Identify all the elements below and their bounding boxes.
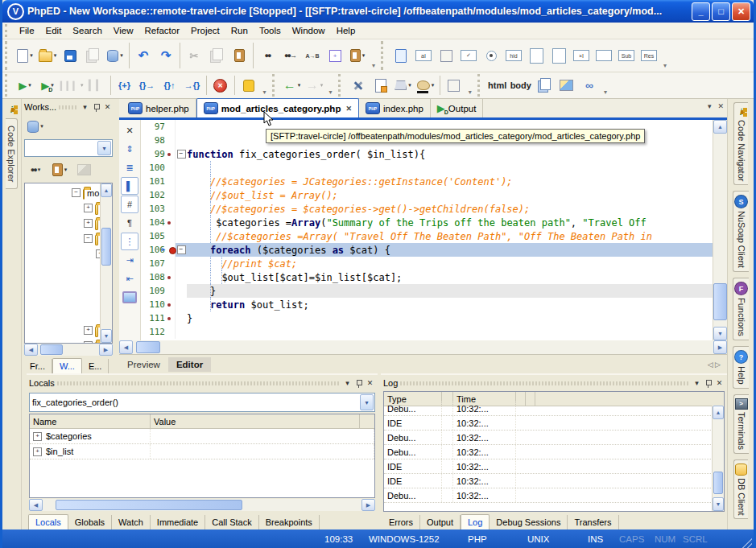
menu-drag-handle[interactable] [5, 24, 11, 37]
debug-tab-locals[interactable]: Locals [28, 514, 68, 529]
toolbar-overflow-icon[interactable]: ▾ [329, 89, 333, 98]
expand-icon[interactable]: + [33, 432, 42, 441]
show-special-chars-button[interactable]: ⋮ [121, 233, 138, 250]
toolbar-drag-handle[interactable] [5, 41, 11, 70]
ws-paste-button[interactable]: ▾ [49, 159, 70, 180]
line-marker[interactable]: ➤ [167, 243, 175, 257]
line-marker[interactable] [167, 229, 175, 243]
workspace-filter-combobox[interactable]: ▾ [24, 139, 113, 157]
fold-margin[interactable]: − [175, 243, 187, 257]
menu-help[interactable]: Help [331, 24, 361, 37]
debug-tab-immediate[interactable]: Immediate [151, 515, 205, 529]
run-button[interactable]: ▶▾ [14, 75, 35, 96]
fold-margin[interactable] [175, 120, 187, 134]
workspace-file-tree[interactable]: −mo...++−+PHPPHP++ ▲ ▼ [24, 183, 113, 344]
tree-node[interactable]: − [25, 231, 101, 246]
line-marker[interactable] [167, 270, 175, 284]
save-to-server-button[interactable]: ▾ [105, 45, 126, 66]
browser-preview-button[interactable] [121, 288, 138, 306]
dropdown-arrow-icon[interactable]: ▾ [120, 52, 123, 59]
menu-search[interactable]: Search [67, 24, 107, 37]
fold-margin[interactable] [175, 284, 187, 298]
stop-button[interactable]: ✕ [210, 75, 231, 96]
editor-mode-tab-editor[interactable]: Editor [168, 357, 211, 372]
tree-node[interactable]: + [25, 216, 101, 231]
log-row[interactable]: Debu...10:32:... [384, 402, 724, 416]
close-button[interactable]: ✕ [732, 2, 750, 21]
tree-node[interactable]: + [25, 323, 101, 338]
scroll-up-icon[interactable]: ▲ [713, 406, 724, 419]
line-marker[interactable] [167, 161, 175, 175]
insert-text-input-button[interactable]: aI [413, 45, 434, 66]
dock-tab-functions[interactable]: FFunctions [733, 278, 749, 340]
insert-submit-button[interactable]: Sub [616, 45, 637, 66]
insert-body-tag-button[interactable]: body [510, 75, 532, 96]
line-number[interactable]: 97 [141, 122, 167, 132]
document-properties-button[interactable] [370, 75, 391, 96]
output-tab-errors[interactable]: Errors [382, 515, 420, 529]
log-row[interactable]: IDE10:32:... [384, 416, 724, 431]
log-close-button[interactable]: ✕ [714, 379, 725, 387]
output-tab-transfers[interactable]: Transfers [568, 515, 618, 529]
log-row[interactable]: Debu...10:32:... [384, 431, 724, 445]
expand-icon[interactable]: + [33, 447, 42, 456]
dropdown-arrow-icon[interactable]: ▾ [362, 52, 366, 59]
tree-expander-icon[interactable]: + [84, 204, 93, 212]
insert-listbox-button[interactable] [526, 45, 547, 66]
workspace-menu-button[interactable]: ▾ [80, 103, 90, 111]
tab-list-icon[interactable]: ▾ [708, 102, 712, 110]
locals-horizontal-scrollbar[interactable]: ◀ ▶ [29, 499, 375, 511]
fold-margin[interactable] [175, 311, 187, 325]
line-number[interactable]: 99 [141, 149, 167, 159]
menu-refactor[interactable]: Refactor [139, 24, 185, 37]
run-to-cursor-button[interactable]: →{} [182, 75, 203, 96]
dock-tab-code-navigator[interactable]: iCode Navigator [733, 102, 748, 185]
dock-tab-db-client[interactable]: DB Client [733, 459, 748, 519]
menu-edit[interactable]: Edit [40, 24, 68, 37]
toolbar-overflow-icon[interactable]: ▾ [663, 62, 667, 72]
tab-nav-arrows-icon[interactable]: ◁ ▷ [708, 361, 721, 369]
ws-find-button[interactable]: ●●▾ [25, 159, 46, 180]
dropdown-arrow-icon[interactable]: ▾ [38, 167, 41, 173]
navigate-back-button[interactable]: ←▾ [282, 75, 303, 96]
dropdown-arrow-icon[interactable]: ▾ [54, 52, 57, 59]
fold-margin[interactable] [175, 134, 187, 147]
combobox-dropdown-icon[interactable]: ▾ [97, 141, 111, 155]
editor-horizontal-scrollbar[interactable]: ◀ ▶ [119, 340, 727, 354]
web-colors-button[interactable] [444, 75, 465, 96]
scroll-right-icon[interactable]: ▶ [361, 499, 375, 511]
scroll-down-icon[interactable]: ▼ [101, 329, 112, 343]
tab-code-explorer[interactable]: Code Explorer [6, 118, 18, 189]
open-file-button[interactable]: ▾ [37, 45, 58, 66]
scroll-left-icon[interactable]: ◀ [24, 344, 38, 356]
workspace-pin-button[interactable] [93, 104, 100, 111]
menu-file[interactable]: File [14, 24, 40, 37]
output-tab-debug-sessions[interactable]: Debug Sessions [490, 515, 568, 529]
dropdown-arrow-icon[interactable]: ▾ [320, 82, 324, 89]
code-area[interactable]: 979899−function fix_categories_order( $i… [141, 120, 713, 340]
line-number[interactable]: 103 [141, 204, 167, 214]
find-button[interactable]: ●● [257, 45, 278, 66]
fold-margin[interactable] [175, 188, 187, 202]
dock-tab-terminals[interactable]: >Terminals [733, 394, 749, 454]
variable-row[interactable]: +$in_list [30, 444, 374, 459]
workspace-tab-1[interactable]: W... [52, 358, 82, 373]
insert-html-tag-button[interactable]: html [487, 75, 508, 96]
line-marker[interactable] [167, 216, 175, 229]
fold-margin[interactable]: − [175, 147, 187, 161]
scroll-up-icon[interactable]: ▲ [101, 183, 112, 197]
toolbar-overflow-icon[interactable]: ▾ [604, 89, 607, 98]
menu-window[interactable]: Window [287, 24, 331, 37]
fold-margin[interactable] [175, 202, 187, 216]
fold-collapse-icon[interactable]: − [177, 150, 186, 159]
paste-special-button[interactable]: ▾ [347, 45, 368, 66]
line-number[interactable]: 112 [141, 327, 167, 337]
close-editor-pane-button[interactable]: ✕ [121, 122, 138, 139]
line-marker[interactable] [167, 257, 175, 270]
column-header-name[interactable]: Name [30, 414, 151, 428]
line-number[interactable]: 105 [141, 231, 167, 241]
insert-password-button[interactable]: ×I [571, 45, 592, 66]
new-file-button[interactable]: ▾ [14, 45, 35, 66]
line-number[interactable]: 101 [141, 176, 167, 187]
workspace-tab-2[interactable]: E... [82, 359, 109, 373]
